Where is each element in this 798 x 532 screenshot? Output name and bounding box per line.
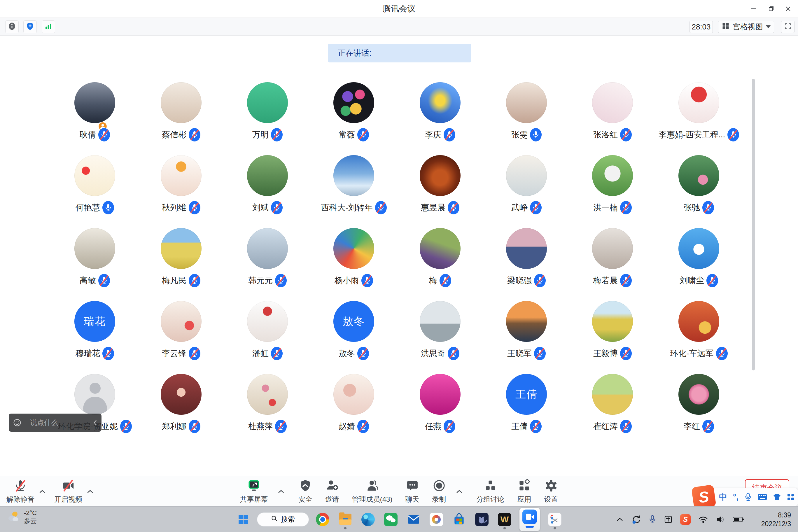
security-button[interactable]: 安全 [298,476,312,507]
mic-status-icon[interactable] [271,347,283,360]
tray-sync-icon[interactable] [631,514,641,525]
participant-tile[interactable]: 武峥 [483,155,570,225]
participant-tile[interactable]: 任燕 [397,374,483,444]
tencent-meeting-taskbar-icon[interactable] [518,509,541,530]
participant-tile[interactable]: 潘虹 [224,301,311,371]
network-status-button[interactable] [42,20,55,33]
participant-tile[interactable]: 李红 [656,374,742,444]
tray-volume-icon[interactable] [716,515,725,524]
participant-tile[interactable]: 洪一楠 [569,155,656,225]
ime-keyboard-icon[interactable] [758,494,767,500]
mic-status-icon[interactable] [727,128,739,141]
participant-tile[interactable]: 洪思奇 [397,301,483,371]
participant-tile[interactable]: 敖冬 敖冬 [311,301,397,371]
file-explorer-icon[interactable] [336,509,354,530]
participant-tile[interactable]: 王倩 王倩 [483,374,570,444]
mic-status-icon[interactable] [189,347,201,360]
mic-status-icon[interactable] [102,201,114,214]
mic-status-icon[interactable] [189,274,201,287]
start-button[interactable] [234,509,252,530]
mic-status-icon[interactable] [530,201,542,214]
mic-status-icon[interactable] [98,128,110,141]
edge-icon[interactable] [359,509,377,530]
chat-input-placeholder[interactable]: 说点什么 [30,418,89,427]
tray-battery-icon[interactable] [733,517,743,522]
chat-collapse-arrow[interactable] [89,414,101,432]
snipping-tool-icon[interactable] [546,509,564,530]
view-mode-dropdown[interactable]: 宫格视图 [718,21,774,33]
tray-mic-icon[interactable] [649,515,656,524]
video-options-chevron[interactable] [86,476,95,507]
participant-tile[interactable]: 张雯 [483,82,570,152]
mic-status-icon[interactable] [189,201,201,214]
ime-chinese-mode[interactable]: 中 [719,492,727,502]
participant-tile[interactable]: 环化-车远军 [656,301,742,371]
unmute-button[interactable]: 解除静音 [6,476,34,507]
mic-status-icon[interactable] [102,347,114,360]
mic-status-icon[interactable] [620,201,632,214]
mic-status-icon[interactable] [530,128,542,141]
participant-tile[interactable]: 王毅博 [569,301,656,371]
participant-tile[interactable]: 郑利娜 [138,374,224,444]
cat-app-icon[interactable] [473,509,491,530]
mic-status-icon[interactable] [439,274,451,287]
mic-status-icon[interactable] [620,274,632,287]
mic-status-icon[interactable] [706,274,718,287]
participant-tile[interactable]: 秋列维 [138,155,224,225]
mic-status-icon[interactable] [98,274,110,287]
close-button[interactable] [781,2,795,15]
participant-tile[interactable]: 刘啸尘 [656,228,742,298]
mic-status-icon[interactable] [361,274,373,287]
participant-tile[interactable]: 李惠娟-西安工程... [656,82,742,152]
participant-tile[interactable]: 耿倩 [52,82,138,152]
participant-tile[interactable]: 刘斌 [224,155,311,225]
mic-status-icon[interactable] [702,420,714,433]
chat-quick-input[interactable]: 说点什么 [9,414,101,432]
participant-tile[interactable]: 西科大-刘转年 [311,155,397,225]
participant-tile[interactable]: 杨小雨 [311,228,397,298]
mic-status-icon[interactable] [275,274,287,287]
participant-tile[interactable]: 李云锋 [138,301,224,371]
emoji-icon[interactable] [13,418,22,427]
colorful-circle-app-icon[interactable] [427,509,445,530]
meeting-info-button[interactable] [5,20,19,33]
record-options-chevron[interactable] [455,476,463,507]
mic-status-icon[interactable] [620,420,632,433]
taskbar-weather-widget[interactable]: -2°C 多云 [6,509,37,525]
participant-tile[interactable]: 蔡信彬 [138,82,224,152]
ime-punctuation[interactable]: °, [733,492,739,502]
breakout-rooms-button[interactable]: 分组讨论 [476,476,504,507]
participant-tile[interactable]: 万明 [224,82,311,152]
participant-tile[interactable]: 梅若晨 [569,228,656,298]
ime-voice-icon[interactable] [744,493,752,501]
manage-members-button[interactable]: 管理成员(43) [352,476,393,507]
participant-tile[interactable]: 李庆 [397,82,483,152]
participant-tile[interactable]: 崔红涛 [569,374,656,444]
tray-chevron-up-icon[interactable] [616,517,624,522]
participant-tile[interactable]: 王晓军 [483,301,570,371]
mic-status-icon[interactable] [275,420,287,433]
participant-tile[interactable]: 韩元元 [224,228,311,298]
participant-tile[interactable]: 瑞花 穆瑞花 [52,301,138,371]
wps-icon[interactable]: W [496,509,514,530]
mic-status-icon[interactable] [448,347,459,360]
meeting-security-button[interactable] [23,20,37,33]
mic-status-icon[interactable] [448,201,459,214]
taskbar-clock[interactable]: 8:39 2022/12/3 [761,511,791,528]
scrollbar-thumb[interactable] [752,79,755,370]
mic-status-icon[interactable] [534,347,546,360]
participant-tile[interactable]: 梁晓强 [483,228,570,298]
settings-button[interactable]: 设置 [544,476,558,507]
chrome-icon[interactable] [314,509,331,530]
restore-button[interactable] [764,2,778,15]
minimize-button[interactable] [747,2,761,15]
chat-button[interactable]: 聊天 [405,476,419,507]
participant-tile[interactable]: 张驰 [656,155,742,225]
share-options-chevron[interactable] [277,476,286,507]
participant-tile[interactable]: 杜燕萍 [224,374,311,444]
tray-wifi-icon[interactable] [698,515,708,524]
tray-sogou-icon[interactable]: S [680,514,691,525]
participant-tile[interactable]: 惠昱晨 [397,155,483,225]
mic-status-icon[interactable] [375,201,387,214]
participant-tile[interactable]: 梅 [397,228,483,298]
